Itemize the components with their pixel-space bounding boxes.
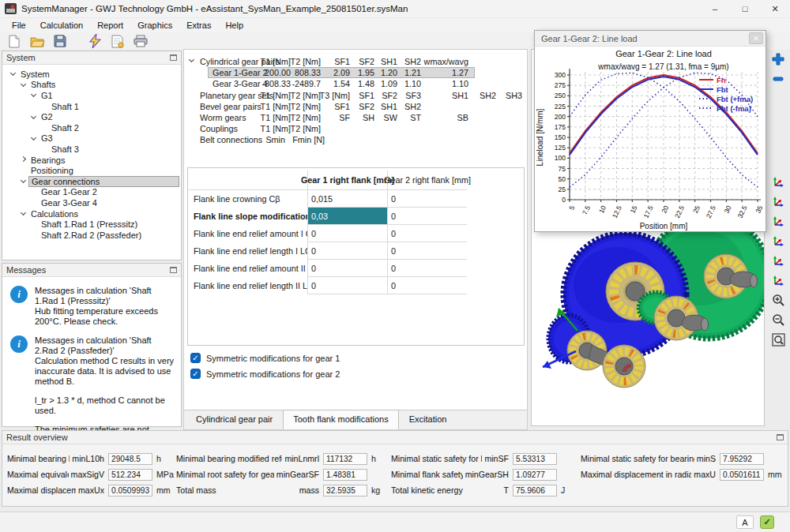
result-label: Minimal bearing basic life — [7, 454, 70, 463]
add-icon[interactable] — [769, 51, 787, 67]
flank-value-cell[interactable]: 0 — [387, 190, 467, 208]
gear-table-row-couplings[interactable]: CouplingsT1 [Nm]T2 [Nm] — [184, 123, 529, 134]
zoom-fit-icon[interactable] — [769, 332, 787, 348]
view-orientation-6-icon[interactable] — [769, 272, 787, 289]
tree-item-shaft-2[interactable]: Shaft 2 — [2, 122, 181, 133]
flank-value-cell[interactable]: 0 — [387, 260, 467, 277]
view-orientation-2-icon[interactable] — [769, 193, 787, 210]
view-orientation-5-icon[interactable] — [769, 253, 787, 269]
line-load-window-titlebar[interactable]: Gear 1-Gear 2: Line load ✕ — [535, 31, 766, 47]
new-file-icon[interactable] — [6, 34, 22, 49]
gear-table-row-planetary-gear-sets[interactable]: Planetary gear setsT1 [Nm]T2 [Nm]T3 [Nm]… — [184, 90, 529, 101]
tab-bar: Cylindrical gear pairTooth flank modific… — [184, 410, 527, 429]
save-icon[interactable] — [52, 34, 68, 49]
chevron-down-icon[interactable] — [21, 210, 26, 215]
tree-item-gear-3-gear-4[interactable]: Gear 3-Gear 4 — [2, 197, 181, 208]
tree-item-shaft-1[interactable]: Shaft 1 — [2, 101, 181, 112]
minimize-button[interactable]: – — [700, 0, 730, 18]
gear-row-label: Couplings — [200, 124, 238, 133]
flank-value-cell[interactable]: 0 — [307, 242, 387, 260]
flank-table: Gear 1 right flank [mm]Gear 2 right flan… — [189, 170, 467, 294]
menu-graphics[interactable]: Graphics — [130, 19, 179, 32]
close-icon[interactable]: ✕ — [749, 32, 763, 44]
checkbox-icon[interactable]: ✓ — [190, 369, 201, 379]
flank-value-cell[interactable]: 0 — [307, 225, 387, 242]
result-unit: mm — [152, 485, 171, 495]
tree-item-gear-connections[interactable]: Gear connections — [2, 176, 181, 187]
tree-item-shaft-3[interactable]: Shaft 3 — [2, 144, 181, 155]
menu-report[interactable]: Report — [90, 19, 130, 32]
gear-table-row-worm-gears[interactable]: Worm gearsT1 [Nm]T2 [Nm]SFSHSWSTSB — [184, 112, 529, 123]
chevron-down-icon[interactable] — [10, 70, 16, 76]
float-panel-icon[interactable] — [170, 54, 177, 61]
chevron-down-icon[interactable] — [31, 135, 36, 140]
report-icon[interactable] — [110, 34, 126, 49]
status-ok-icon[interactable]: ✓ — [760, 515, 774, 529]
gear-cell: SH3 — [467, 91, 522, 100]
close-button[interactable]: ✕ — [760, 0, 790, 18]
flank-value-cell[interactable]: 0,015 — [307, 190, 387, 208]
line-load-window[interactable]: Gear 1-Gear 2: Line load ✕ 0255075100125… — [534, 30, 766, 232]
view-orientation-3-icon[interactable] — [769, 213, 787, 230]
tree-item-positioning[interactable]: Positioning — [2, 165, 181, 176]
tree-item-system[interactable]: System — [2, 69, 181, 80]
checkbox-symmetric-gear-2[interactable]: ✓Symmetric modifications for gear 2 — [190, 369, 340, 379]
view-orientation-1-icon[interactable] — [769, 174, 787, 190]
gear-table-row-gear-3-gear-4[interactable]: Gear 3-Gear 4-808.33-2489.71.541.481.091… — [184, 78, 529, 89]
chevron-down-icon[interactable] — [189, 57, 194, 62]
result-symbol: minGearSF — [276, 470, 319, 479]
tab-excitation[interactable]: Excitation — [399, 410, 457, 430]
tree-item-g2[interactable]: G2 — [2, 111, 181, 122]
a-button[interactable]: A — [736, 515, 754, 529]
tree-item-shaft-2-rad-2-passfeder[interactable]: Shaft 2.Rad 2 (Passfeder) — [2, 230, 181, 241]
gear-table-row-gear-1-gear-2[interactable]: Gear 1-Gear 2200.00808.332.091.951.201.2… — [184, 67, 529, 78]
maximize-button[interactable]: □ — [730, 0, 760, 18]
flank-value-cell[interactable]: 0 — [387, 242, 467, 260]
menu-calculation[interactable]: Calculation — [33, 19, 90, 32]
flank-corner-cell — [189, 170, 307, 190]
chevron-down-icon[interactable] — [21, 178, 26, 183]
flank-value-cell[interactable]: 0 — [307, 260, 387, 277]
chevron-right-icon[interactable] — [21, 156, 26, 162]
flank-value-cell[interactable]: 0 — [387, 225, 467, 242]
tree-item-label: Gear 1-Gear 2 — [39, 187, 100, 197]
flank-value-cell[interactable]: 0 — [387, 277, 467, 294]
open-file-icon[interactable] — [29, 34, 45, 49]
tab-tooth-flank-modifications[interactable]: Tooth flank modifications — [283, 410, 398, 429]
menu-help[interactable]: Help — [218, 19, 250, 32]
view-orientation-4-icon[interactable] — [769, 233, 787, 249]
flank-value-cell[interactable]: 0 — [387, 208, 467, 225]
checkbox-icon[interactable]: ✓ — [190, 353, 201, 363]
flank-col-header: Gear 2 right flank [mm] — [387, 170, 467, 190]
tree-item-g3[interactable]: G3 — [2, 133, 181, 144]
svg-text:5: 5 — [567, 204, 576, 211]
menu-extras[interactable]: Extras — [179, 19, 218, 32]
chevron-down-icon[interactable] — [21, 81, 26, 87]
result-value-box: 1.48381 — [323, 469, 367, 481]
zoom-in-icon[interactable] — [769, 292, 787, 309]
float-panel-icon[interactable] — [777, 434, 784, 440]
zoom-out-icon[interactable] — [769, 312, 787, 328]
title-bar[interactable]: SystemManager - GWJ Technology GmbH - eA… — [0, 0, 790, 18]
tree-item-bearings[interactable]: Bearings — [2, 155, 181, 166]
remove-icon[interactable] — [769, 70, 787, 87]
calculate-icon[interactable] — [87, 34, 103, 49]
gear-table-row-cylindrical-gear-pairs[interactable]: Cylindrical gear pairsT1 [Nm]T2 [Nm]SF1S… — [184, 56, 529, 67]
flank-value-cell[interactable]: 0,03 — [307, 208, 387, 225]
tree-item-g1[interactable]: G1 — [2, 90, 181, 101]
chevron-down-icon[interactable] — [31, 92, 36, 97]
chevron-down-icon[interactable] — [31, 114, 36, 119]
gear-table-row-bevel-gear-pairs[interactable]: Bevel gear pairsT1 [Nm]T2 [Nm]SF1SF2SH1S… — [184, 101, 529, 112]
tree-item-gear-1-gear-2[interactable]: Gear 1-Gear 2 — [2, 187, 181, 198]
result-fields: Minimal bearing basic lifeminL10h29048.5… — [2, 444, 788, 498]
tree-item-calculations[interactable]: Calculations — [2, 208, 181, 219]
tab-cylindrical-gear-pair[interactable]: Cylindrical gear pair — [186, 410, 283, 430]
tree-item-shaft-1-rad-1-presssitz[interactable]: Shaft 1.Rad 1 (Presssitz) — [2, 219, 181, 230]
checkbox-symmetric-gear-1[interactable]: ✓Symmetric modifications for gear 1 — [190, 353, 340, 363]
tree-item-shafts[interactable]: Shafts — [2, 80, 181, 91]
menu-file[interactable]: File — [5, 19, 33, 32]
float-panel-icon[interactable] — [170, 267, 177, 273]
gear-table-row-belt-connections[interactable]: Belt connectionsSminFmin [N] — [184, 134, 529, 145]
flank-value-cell[interactable]: 0 — [307, 277, 387, 294]
print-icon[interactable] — [133, 34, 149, 49]
